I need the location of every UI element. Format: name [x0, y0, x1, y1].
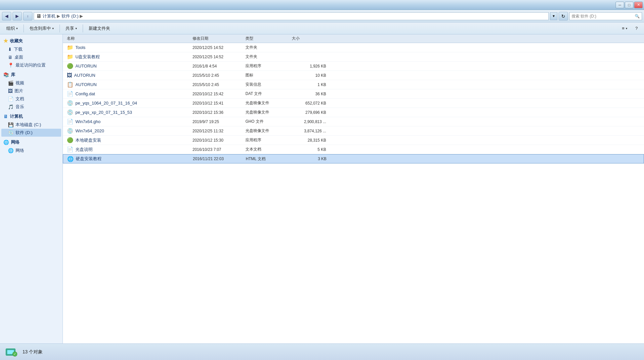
file-list[interactable]: 📁Tools2020/12/25 14:52文件夹📁U盘安装教程2020/12/…	[63, 43, 644, 343]
file-icon: 📁	[67, 54, 73, 60]
file-date: 2016/1/8 4:54	[190, 64, 243, 68]
table-row[interactable]: 💿pe_yqs_1064_20_07_31_16_042020/10/12 15…	[63, 99, 644, 108]
status-count: 13 个对象	[22, 349, 43, 355]
share-button[interactable]: 共享 ▾	[62, 24, 81, 33]
network-header[interactable]: 🌐 网络	[1, 138, 61, 147]
col-type-header[interactable]: 类型	[243, 36, 289, 41]
sort-by-name-button[interactable]: 名称	[67, 36, 75, 41]
column-headers: 名称 修改日期 类型 大小	[63, 34, 644, 43]
search-input[interactable]	[572, 14, 635, 19]
help-button[interactable]: ?	[632, 24, 641, 33]
newfolder-button[interactable]: 新建文件夹	[85, 24, 114, 33]
file-icon: 💿	[67, 109, 73, 115]
sidebar-item-documents[interactable]: 📄 文档	[1, 95, 61, 103]
minimize-button[interactable]: ─	[616, 2, 624, 8]
computer-header[interactable]: 🖥 计算机	[1, 112, 61, 121]
video-icon: 🎬	[8, 80, 14, 86]
toolbar: 组织 ▾ 包含到库中 ▾ 共享 ▾ 新建文件夹 ≡ ▾ ?	[0, 22, 644, 34]
table-row[interactable]: 🌐硬盘安装教程2016/11/21 22:03HTML 文档3 KB	[63, 154, 644, 163]
network-item-label: 网络	[16, 148, 24, 154]
sort-by-size-button[interactable]: 大小	[292, 36, 300, 41]
file-date: 2016/10/23 7:07	[190, 147, 243, 152]
table-row[interactable]: 🟢AUTORUN2016/1/8 4:54应用程序1,926 KB	[63, 62, 644, 71]
table-row[interactable]: 💿pe_yqs_xp_20_07_31_15_532020/10/12 15:3…	[63, 108, 644, 117]
address-dropdown[interactable]: ▼	[550, 12, 557, 20]
favorites-header[interactable]: ★ 收藏夹	[1, 36, 61, 45]
star-icon: ★	[3, 38, 8, 44]
file-type: 图标	[243, 72, 289, 78]
search-icon: 🔍	[635, 14, 640, 19]
file-date: 2015/5/10 2:45	[190, 73, 243, 78]
back-button[interactable]: ◀	[2, 12, 11, 21]
close-button[interactable]: ✕	[634, 2, 643, 8]
view-arrow: ▾	[626, 27, 627, 30]
view-icon: ≡	[622, 26, 624, 31]
file-icon: 📁	[67, 44, 73, 51]
search-box[interactable]: 🔍	[569, 12, 642, 20]
sidebar-item-pictures[interactable]: 🖼 图片	[1, 87, 61, 95]
computer-section: 🖥 计算机 💾 本地磁盘 (C:) 💿 软件 (D:)	[1, 112, 61, 137]
col-size-header[interactable]: 大小	[289, 36, 329, 41]
sidebar-item-video[interactable]: 🎬 视频	[1, 79, 61, 87]
file-type: 文件夹	[243, 45, 289, 50]
sidebar-item-d-drive[interactable]: 💿 软件 (D:)	[1, 129, 61, 137]
file-name: 🟢本地硬盘安装	[64, 137, 190, 143]
file-type: GHO 文件	[243, 119, 289, 124]
up-button[interactable]: ↑	[23, 12, 32, 21]
sidebar-item-desktop[interactable]: 🖥 桌面	[1, 53, 61, 61]
sidebar-item-c-drive[interactable]: 💾 本地磁盘 (C:)	[1, 121, 61, 129]
maximize-button[interactable]: □	[625, 2, 633, 8]
file-size: 36 KB	[289, 92, 329, 96]
forward-button[interactable]: ▶	[13, 12, 22, 21]
pack-arrow: ▾	[52, 27, 54, 30]
col-name-header[interactable]: 名称	[64, 36, 190, 41]
video-label: 视频	[16, 80, 24, 86]
breadcrumb-drive[interactable]: 软件 (D:)	[62, 13, 78, 19]
table-row[interactable]: 🖼AUTORUN2015/5/10 2:45图标10 KB	[63, 71, 644, 80]
file-name: 💿Win7x64_2020	[64, 128, 190, 134]
sort-by-date-button[interactable]: 修改日期	[193, 36, 208, 41]
sidebar-item-music[interactable]: 🎵 音乐	[1, 103, 61, 111]
table-row[interactable]: 📄Config.dat2020/10/12 15:42DAT 文件36 KB	[63, 89, 644, 99]
network-section: 🌐 网络 🌐 网络	[1, 138, 61, 155]
file-name: 📁Tools	[64, 44, 190, 51]
col-date-header[interactable]: 修改日期	[190, 36, 243, 41]
sidebar-item-download[interactable]: ⬇ 下载	[1, 45, 61, 53]
recent-icon: 📍	[8, 63, 14, 68]
library-header[interactable]: 📚 库	[1, 70, 61, 79]
sort-by-type-button[interactable]: 类型	[245, 36, 253, 41]
desktop-label: 桌面	[15, 54, 23, 60]
file-name: 📁U盘安装教程	[64, 54, 190, 60]
table-row[interactable]: 📁U盘安装教程2020/12/25 14:52文件夹	[63, 52, 644, 62]
status-bar: ✓ 13 个对象	[0, 343, 644, 360]
view-button[interactable]: ≡ ▾	[618, 24, 631, 33]
network-label: 网络	[11, 139, 20, 145]
breadcrumb-computer[interactable]: 计算机	[43, 13, 56, 19]
file-area: 名称 修改日期 类型 大小 📁Tools2020/12/25 14:52文件夹📁…	[63, 34, 644, 343]
library-label: 库	[11, 72, 15, 78]
address-path[interactable]: 🖥 计算机 ▶ 软件 (D:) ▶	[34, 12, 549, 20]
organize-arrow: ▾	[16, 27, 18, 30]
table-row[interactable]: 📁Tools2020/12/25 14:52文件夹	[63, 43, 644, 52]
pack-button[interactable]: 包含到库中 ▾	[26, 24, 58, 33]
toolbar-separator2	[60, 24, 60, 32]
computer-label: 计算机	[10, 113, 23, 119]
table-row[interactable]: 📄Win7x64.gho2019/9/7 19:25GHO 文件2,900,81…	[63, 117, 644, 126]
sidebar-item-network[interactable]: 🌐 网络	[1, 147, 61, 155]
sidebar-item-recent[interactable]: 📍 最近访问的位置	[1, 61, 61, 69]
refresh-button[interactable]: ↻	[559, 12, 568, 21]
d-drive-icon: 💿	[8, 130, 14, 135]
music-icon: 🎵	[8, 104, 14, 110]
table-row[interactable]: 📄光盘说明2016/10/23 7:07文本文档5 KB	[63, 145, 644, 154]
file-type: 光盘映像文件	[243, 100, 289, 106]
organize-button[interactable]: 组织 ▾	[3, 24, 21, 33]
window-controls: ─ □ ✕	[616, 2, 643, 8]
svg-text:✓: ✓	[14, 352, 16, 356]
file-icon: 🖼	[67, 72, 72, 78]
table-row[interactable]: 🟢本地硬盘安装2020/10/12 15:30应用程序28,315 KB	[63, 136, 644, 145]
file-type: 安装信息	[243, 82, 289, 87]
music-label: 音乐	[16, 104, 24, 110]
table-row[interactable]: 📋AUTORUN2015/5/10 2:45安装信息1 KB	[63, 80, 644, 89]
file-icon: 💿	[67, 128, 73, 134]
table-row[interactable]: 💿Win7x64_20202020/12/25 11:32光盘映像文件3,874…	[63, 126, 644, 136]
